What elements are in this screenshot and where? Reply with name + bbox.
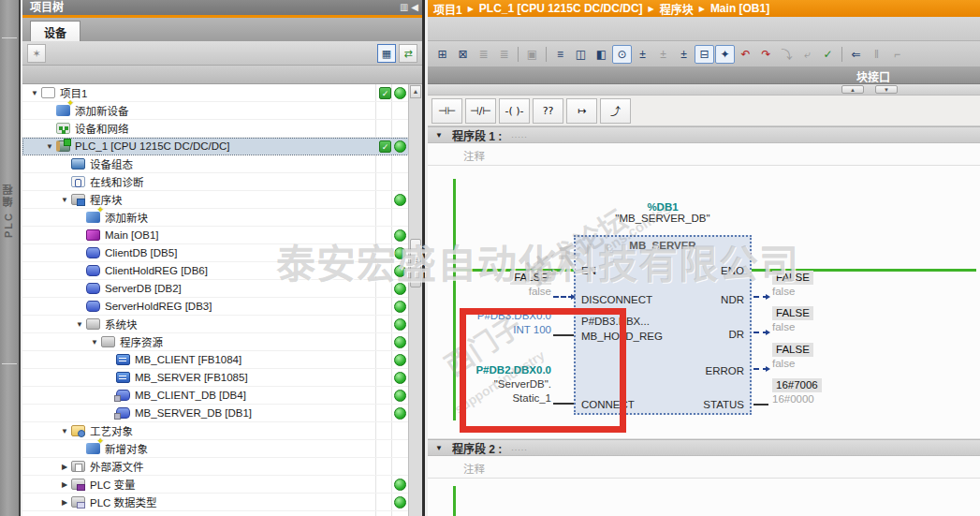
no-contact-tool-icon[interactable]: ⊣⊢ (431, 98, 462, 124)
pin-dr[interactable]: DR (728, 329, 744, 340)
network-1-header[interactable]: ▼ 程序段 1 : ..... (428, 126, 980, 143)
tree-item[interactable]: ▶PLC 变量 (22, 476, 422, 494)
tree-item[interactable]: MB_SERVER [FB1085] (22, 369, 422, 387)
dr-operand[interactable]: false (772, 320, 866, 334)
expand-arrow-icon[interactable]: ▶ (58, 463, 71, 471)
tree-item[interactable]: ServerDB [DB2] (22, 280, 422, 298)
network-2-comment[interactable]: 注释 (428, 456, 980, 479)
tree-item[interactable]: MB_SERVER_DB [DB1] (22, 405, 422, 422)
box-io-toggle-icon[interactable]: ± (633, 45, 652, 64)
pin-status[interactable]: STATUS (703, 399, 744, 410)
update-interface-icon[interactable]: ⤶ (797, 45, 817, 64)
tree-item[interactable]: 设备和网络 (22, 120, 422, 138)
insert-network-icon[interactable]: ⊞ (432, 45, 452, 64)
expand-arrow-icon[interactable]: ▼ (58, 196, 71, 204)
expand-arrow-icon[interactable]: ▶ (58, 480, 71, 489)
splitter-collapse-down-icon[interactable]: ▼ (875, 85, 898, 94)
ndr-operand[interactable]: false (772, 285, 866, 299)
tree-item[interactable]: ▼程序块 (22, 191, 422, 209)
absolute-operands-icon[interactable]: ≡ (550, 45, 570, 64)
dr-value[interactable]: FALSE false (772, 306, 866, 334)
next-error-icon[interactable]: ↷ (756, 45, 776, 64)
goto-definition-icon[interactable]: ⇐ (846, 45, 866, 64)
expand-arrow-icon[interactable]: ▼ (58, 427, 71, 435)
tree-scrollbar[interactable]: ▲ (408, 84, 422, 516)
empty-box-tool-icon[interactable]: ?? (533, 98, 563, 124)
details-view-icon[interactable]: ✶ (27, 44, 46, 63)
expand-arrow-icon[interactable]: ▼ (28, 89, 41, 97)
tree-item[interactable]: 设备组态 (22, 155, 422, 173)
table-view-icon[interactable]: ▦ (377, 44, 396, 63)
tree-item[interactable]: MB_CLIENT_DB [DB4] (22, 387, 422, 405)
breadcrumb-segment[interactable]: 项目1 (433, 1, 462, 17)
expand-arrow-icon[interactable]: ▶ (58, 498, 71, 507)
tree-item[interactable]: Main [OB1] (22, 227, 422, 244)
tree-item[interactable]: ▼项目1✓ (22, 84, 422, 102)
plc-programming-rail-label[interactable]: PLC 编程 (1, 183, 16, 238)
network-2-header[interactable]: ▼ 程序段 2 : ..... (428, 439, 980, 456)
error-value[interactable]: FALSE false (772, 343, 866, 371)
tree-item[interactable]: ▶PLC 数据类型 (22, 494, 422, 511)
coil-tool-icon[interactable]: -( )- (499, 98, 530, 124)
network-1-comment[interactable]: 注释 (428, 143, 980, 166)
splitter-collapse-up-icon[interactable]: ▲ (841, 85, 864, 94)
collapse-panel-icon[interactable]: ◀ (411, 2, 418, 12)
sync-online-icon[interactable]: ⇄ (399, 44, 417, 63)
close-branch-tool-icon[interactable]: ⤴ (600, 98, 631, 124)
network-comments-toggle-icon[interactable]: ◫ (571, 45, 591, 64)
breadcrumb-segment[interactable]: 程序块 (660, 1, 694, 17)
consistency-check-icon[interactable]: ✓ (818, 45, 838, 64)
disconnect-value[interactable]: FALSE false (461, 271, 551, 299)
tree-item[interactable]: ▼PLC_1 [CPU 1215C DC/DC/DC]✓ (22, 138, 422, 155)
network-collapse-icon[interactable]: ▼ (435, 444, 443, 452)
expand-arrow-icon[interactable]: ▼ (88, 338, 101, 346)
tree-item[interactable]: 添加新块 (22, 209, 422, 227)
tree-item[interactable]: ▼程序资源 (22, 333, 422, 351)
expand-arrow-icon[interactable]: ▼ (43, 142, 56, 151)
scrollbar-thumb[interactable] (410, 239, 421, 287)
update-block-call-icon[interactable]: ⤵ (777, 45, 797, 64)
jump-label-icon[interactable]: ‖ (867, 45, 886, 64)
open-branch-tool-icon[interactable]: ↦ (566, 98, 597, 124)
call-structure-icon[interactable]: ⌐ (887, 45, 907, 64)
free-comments-toggle-icon[interactable]: ± (653, 45, 673, 64)
pin-panel-icon[interactable]: ▥ (400, 2, 408, 12)
tree-item[interactable]: ClientHoldREG [DB6] (22, 262, 422, 280)
status-value[interactable]: 16#7006 16#0000 (772, 378, 866, 406)
network-titles-toggle-icon[interactable]: ◧ (592, 45, 611, 64)
pin-ndr[interactable]: NDR (721, 294, 744, 305)
network-collapse-icon[interactable]: ▼ (435, 131, 443, 140)
breadcrumb-segment[interactable]: PLC_1 [CPU 1215C DC/DC/DC] (479, 2, 643, 15)
tree-item[interactable]: ▼系统块 (22, 316, 422, 333)
tree-item[interactable]: ▼工艺对象 (22, 422, 422, 440)
pin-disconnect[interactable]: DISCONNECT (581, 294, 652, 305)
reset-start-values-icon[interactable]: ▣ (522, 45, 542, 64)
previous-error-icon[interactable]: ↶ (736, 45, 755, 64)
tree-item[interactable]: MB_CLIENT [FB1084] (22, 351, 422, 369)
tree-item[interactable]: ClientDB [DB5] (22, 244, 422, 262)
tree-item[interactable]: ServerHoldREG [DB3] (22, 298, 422, 316)
status-operand[interactable]: 16#0000 (772, 392, 866, 406)
operand-display-toggle-icon[interactable]: ± (674, 45, 694, 64)
delete-network-icon[interactable]: ⊠ (453, 45, 473, 64)
ndr-value[interactable]: FALSE false (772, 271, 866, 299)
tree-item[interactable]: 在线和诊断 (22, 173, 422, 191)
insert-row-below-icon[interactable]: ≣ (494, 45, 514, 64)
favorites-icon[interactable]: ✦ (715, 45, 735, 64)
comments-bubble-icon[interactable]: ⊙ (612, 45, 632, 64)
disconnect-operand[interactable]: false (461, 285, 551, 299)
tree-item[interactable]: 添加新设备 (22, 102, 422, 120)
breadcrumb-segment[interactable]: Main [OB1] (710, 2, 769, 15)
expand-arrow-icon[interactable]: ▼ (73, 320, 86, 329)
pin-error[interactable]: ERROR (705, 365, 744, 376)
tab-devices[interactable]: 设备 (30, 21, 80, 41)
error-operand[interactable]: false (772, 357, 866, 371)
insert-row-above-icon[interactable]: ≣ (474, 45, 493, 64)
tree-item[interactable]: ▶外部源文件 (22, 458, 422, 476)
instance-db-caption[interactable]: %DB1 "MB_SERVER_DB" (574, 201, 752, 224)
nc-contact-tool-icon[interactable]: ⊣/⊢ (465, 98, 496, 124)
collapse-networks-icon[interactable]: ⊟ (695, 45, 714, 64)
tree-item[interactable]: 新增对象 (22, 440, 422, 458)
block-interface-bar[interactable]: 块接口 (428, 67, 980, 84)
scroll-up-icon[interactable]: ▲ (410, 85, 421, 98)
